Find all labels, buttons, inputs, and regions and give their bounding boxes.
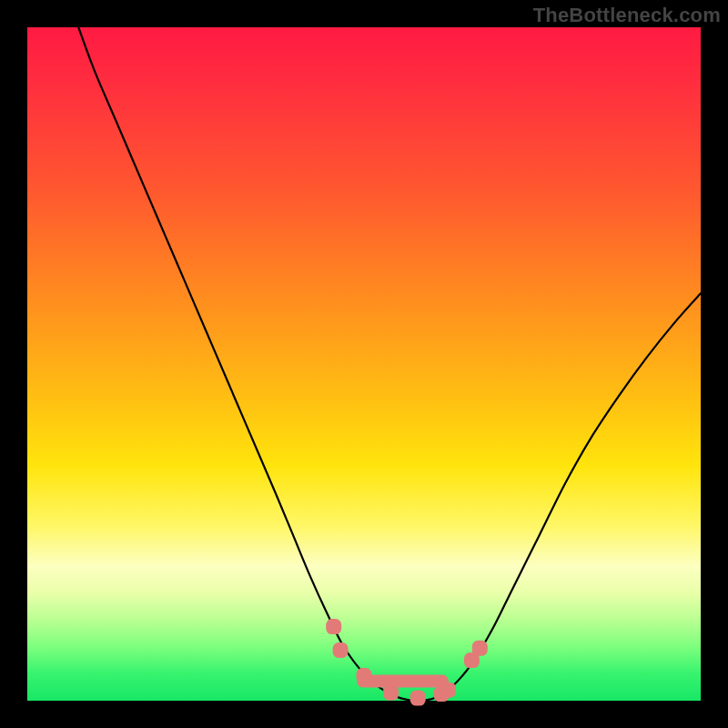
curve-marker xyxy=(383,685,399,701)
plot-area xyxy=(27,27,701,701)
curve-marker xyxy=(357,668,372,683)
curve-marker xyxy=(410,691,426,706)
curve-layer xyxy=(27,27,701,701)
watermark-text: TheBottleneck.com xyxy=(533,4,721,27)
curve-marker xyxy=(326,619,341,634)
curve-markers xyxy=(326,619,488,705)
chart-frame: TheBottleneck.com xyxy=(0,0,728,728)
curve-marker xyxy=(440,682,456,698)
bottleneck-curve xyxy=(78,27,701,701)
curve-marker xyxy=(472,641,488,656)
curve-marker xyxy=(333,642,349,658)
